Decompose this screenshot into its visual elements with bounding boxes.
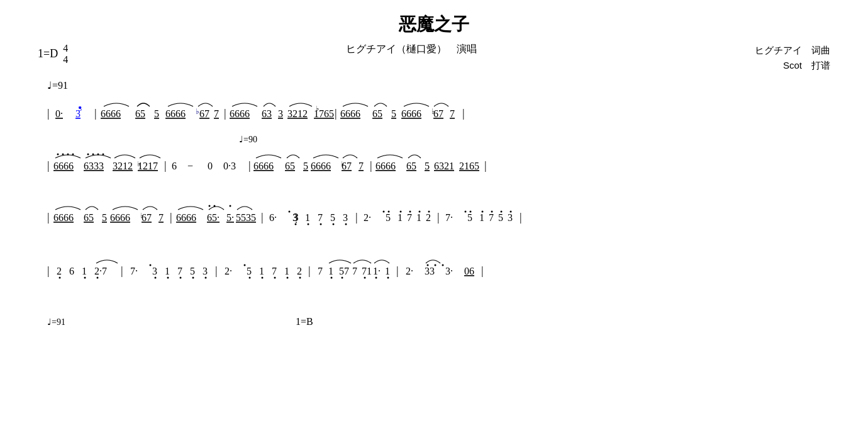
- svg-point-75: [209, 205, 211, 207]
- svg-text:57: 57: [339, 266, 349, 276]
- svg-point-104: [419, 211, 421, 213]
- svg-text:1: 1: [328, 266, 333, 276]
- svg-text:1=B: 1=B: [296, 316, 313, 327]
- svg-point-85: [295, 224, 297, 225]
- svg-text:7: 7: [177, 266, 182, 276]
- svg-text:3: 3: [152, 266, 157, 276]
- svg-text:1765: 1765: [314, 108, 334, 119]
- svg-point-163: [364, 277, 366, 279]
- svg-text:1217: 1217: [138, 161, 158, 171]
- svg-text:|: |: [396, 264, 399, 277]
- svg-text:|: |: [224, 107, 226, 120]
- svg-text:|: |: [261, 211, 264, 224]
- svg-point-78: [230, 205, 231, 207]
- svg-text:2·: 2·: [364, 212, 371, 223]
- svg-point-91: [333, 224, 335, 225]
- svg-text:2: 2: [297, 266, 302, 276]
- svg-point-165: [376, 277, 377, 279]
- svg-text:|: |: [484, 159, 487, 172]
- credits-line1: ヒグチアイ 词曲: [755, 43, 830, 58]
- svg-text:|: |: [121, 264, 123, 277]
- svg-text:6: 6: [69, 266, 74, 276]
- svg-text:65: 65: [285, 161, 295, 171]
- svg-text:6666: 6666: [230, 108, 250, 119]
- svg-point-96: [383, 211, 385, 213]
- svg-text:|: |: [170, 211, 172, 224]
- svg-text:65: 65: [84, 212, 94, 223]
- svg-text:6666: 6666: [165, 108, 186, 119]
- svg-point-102: [409, 211, 411, 213]
- svg-text:1: 1: [284, 266, 289, 276]
- svg-text:2·: 2·: [406, 266, 413, 276]
- svg-point-111: [470, 211, 472, 213]
- svg-text:6666: 6666: [101, 108, 121, 119]
- svg-point-87: [308, 224, 309, 225]
- svg-text:5535: 5535: [236, 212, 256, 223]
- svg-text:6666: 6666: [53, 212, 74, 223]
- svg-point-126: [84, 277, 86, 279]
- svg-text:7: 7: [318, 266, 323, 276]
- svg-point-148: [262, 277, 264, 279]
- svg-text:67: 67: [433, 108, 443, 119]
- svg-point-172: [435, 264, 437, 266]
- svg-text:5: 5: [102, 212, 107, 223]
- svg-point-93: [345, 224, 347, 225]
- svg-point-167: [387, 277, 389, 279]
- svg-point-173: [442, 264, 444, 266]
- svg-text:7: 7: [159, 212, 164, 223]
- time-denominator: 4: [63, 54, 68, 65]
- svg-text:5: 5: [190, 266, 195, 276]
- svg-point-171: [427, 264, 429, 266]
- svg-text:2165: 2165: [459, 161, 479, 171]
- svg-text:7: 7: [450, 108, 455, 119]
- svg-point-39: [97, 154, 99, 156]
- svg-text:5: 5: [154, 108, 159, 119]
- svg-point-82: [289, 211, 291, 213]
- svg-text:|: |: [248, 159, 251, 172]
- svg-text:65: 65: [406, 161, 416, 171]
- svg-point-98: [388, 211, 390, 213]
- svg-point-158: [331, 277, 333, 279]
- svg-point-131: [150, 264, 152, 266]
- svg-text:♩=91: ♩=91: [47, 317, 65, 327]
- svg-text:7: 7: [359, 161, 364, 171]
- svg-text:6: 6: [172, 161, 177, 171]
- svg-text:5: 5: [330, 212, 335, 223]
- svg-text:5: 5: [498, 212, 503, 223]
- svg-point-144: [244, 264, 246, 266]
- svg-point-135: [167, 277, 169, 279]
- svg-text:6333: 6333: [84, 161, 104, 171]
- time-signature: 4 4: [63, 43, 68, 65]
- svg-point-37: [87, 154, 89, 156]
- song-title: 恶魔之子: [38, 13, 830, 37]
- svg-point-139: [192, 277, 194, 279]
- svg-text:7·: 7·: [130, 266, 138, 276]
- svg-text:7: 7: [407, 212, 412, 223]
- svg-text:|: |: [47, 159, 50, 172]
- key-time-signature: 1=D 4 4: [38, 43, 68, 65]
- svg-point-154: [299, 277, 301, 279]
- svg-point-89: [320, 224, 322, 225]
- svg-text:|: |: [94, 107, 97, 120]
- notation-area: ♩=91 | 0· 3 3 | 6666 65 5 6666: [38, 76, 830, 437]
- svg-text:6666: 6666: [376, 161, 396, 171]
- svg-text:5: 5: [386, 212, 391, 223]
- svg-text:7: 7: [489, 212, 494, 223]
- svg-text:|: |: [481, 264, 484, 277]
- svg-point-38: [92, 154, 94, 156]
- svg-text:06: 06: [464, 266, 474, 276]
- svg-text:6666: 6666: [53, 161, 74, 171]
- svg-text:0·: 0·: [55, 108, 63, 119]
- svg-text:|: |: [462, 107, 465, 120]
- svg-point-33: [62, 154, 64, 156]
- svg-text:|: |: [215, 264, 218, 277]
- svg-text:67: 67: [199, 108, 209, 119]
- svg-point-32: [57, 154, 59, 156]
- svg-text:65: 65: [135, 108, 145, 119]
- svg-text:|: |: [437, 211, 440, 224]
- svg-text:5: 5: [391, 108, 396, 119]
- svg-text:1: 1: [305, 212, 310, 223]
- svg-text:6·: 6·: [269, 212, 277, 223]
- svg-point-152: [287, 277, 289, 279]
- svg-point-141: [205, 277, 207, 279]
